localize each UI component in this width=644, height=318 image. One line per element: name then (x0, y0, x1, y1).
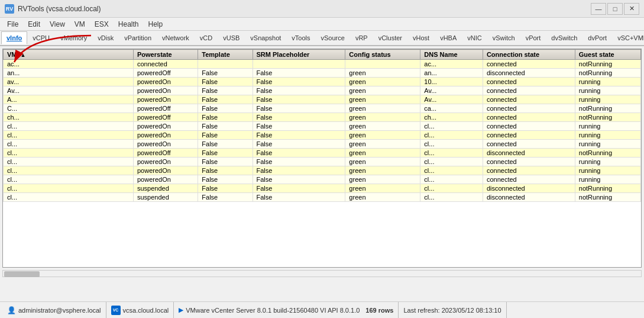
cell-12-5: cl... (420, 166, 483, 175)
menu-item-edit[interactable]: Edit (23, 19, 45, 30)
cell-13-3: False (253, 175, 345, 184)
tab-vinfo[interactable]: vInfo (1, 31, 27, 44)
window-title: RVTools (vcsa.cloud.local) (18, 5, 101, 13)
cell-1-6: disconnected (483, 69, 575, 78)
cell-1-4: green (345, 69, 420, 78)
tab-vsnapshot[interactable]: vSnapshot (245, 31, 286, 44)
col-header-dnsname[interactable]: DNS Name (420, 50, 483, 60)
cell-15-0: cl... (4, 193, 134, 202)
cell-0-1: connected (134, 60, 198, 69)
tab-vswitch[interactable]: vSwitch (487, 31, 520, 44)
cell-8-4: green (345, 131, 420, 140)
cell-7-7: running (575, 122, 640, 131)
scrollbar-thumb[interactable] (4, 271, 40, 277)
tab-vmemory[interactable]: vMemory (55, 31, 92, 44)
cell-3-0: Av... (4, 86, 134, 95)
cell-4-3: False (253, 95, 345, 104)
close-button[interactable]: ✕ (624, 3, 639, 15)
table-row[interactable]: av...poweredOnFalseFalsegreen10...connec… (4, 78, 641, 86)
col-header-srm[interactable]: SRM Placeholder (253, 50, 345, 60)
horizontal-scrollbar[interactable] (2, 270, 642, 277)
table-row[interactable]: Av...poweredOnFalseFalsegreenAv...connec… (4, 86, 641, 95)
status-vcenter: VC vcsa.cloud.local (106, 302, 174, 318)
tab-vrp[interactable]: vRP (350, 31, 373, 44)
cell-13-4: green (345, 175, 420, 184)
cell-4-0: A... (4, 95, 134, 104)
cell-10-6: disconnected (483, 149, 575, 158)
cell-11-3: False (253, 158, 345, 166)
cell-8-0: cl... (4, 131, 134, 140)
cell-7-2: False (198, 122, 253, 131)
tab-vdisk[interactable]: vDisk (92, 31, 119, 44)
table-row[interactable]: an...poweredOffFalseFalsegreenan...disco… (4, 69, 641, 78)
col-header-gueststate[interactable]: Guest state (575, 50, 640, 60)
cell-5-0: C... (4, 104, 134, 113)
cell-14-4: green (345, 184, 420, 193)
tab-vcluster[interactable]: vCluster (373, 31, 407, 44)
table-row[interactable]: cl...poweredOnFalseFalsegreencl...connec… (4, 122, 641, 131)
tab-vcd[interactable]: vCD (195, 31, 218, 44)
cell-5-6: connected (483, 104, 575, 113)
rows-label: 169 rows (365, 307, 393, 314)
table-row[interactable]: cl...poweredOnFalseFalsegreencl...connec… (4, 131, 641, 140)
table-wrapper[interactable]: VM ▲ Powerstate Template SRM Placeholder… (3, 49, 641, 267)
tab-vsource[interactable]: vSource (316, 31, 350, 44)
tab-vnetwork[interactable]: vNetwork (157, 31, 195, 44)
table-row[interactable]: A...poweredOnFalseFalsegreenAv...connect… (4, 95, 641, 104)
menu-item-file[interactable]: File (2, 19, 23, 30)
cell-3-5: Av... (420, 86, 483, 95)
vcenter-label: vcsa.cloud.local (123, 307, 169, 314)
table-row[interactable]: ac...connectedac...connectednotRunning (4, 60, 641, 69)
cell-15-3: False (253, 193, 345, 202)
table-row[interactable]: cl...suspendedFalseFalsegreencl...discon… (4, 184, 641, 193)
table-row[interactable]: C...poweredOffFalseFalsegreenca...connec… (4, 104, 641, 113)
cell-2-1: poweredOn (134, 78, 198, 86)
cell-13-6: connected (483, 175, 575, 184)
table-row[interactable]: cl...poweredOnFalseFalsegreencl...connec… (4, 140, 641, 149)
col-header-powerstate[interactable]: Powerstate (134, 50, 198, 60)
table-row[interactable]: cl...poweredOnFalseFalsegreencl...connec… (4, 158, 641, 166)
cell-12-7: running (575, 166, 640, 175)
table-row[interactable]: cl...poweredOffFalseFalsegreencl...disco… (4, 149, 641, 158)
maximize-button[interactable]: □ (607, 3, 623, 15)
table-row[interactable]: cl...suspendedFalseFalsegreencl...discon… (4, 193, 641, 202)
tab-dvswitch[interactable]: dvSwitch (546, 31, 582, 44)
col-header-vm[interactable]: VM ▲ (4, 50, 134, 60)
tab-vcpu[interactable]: vCPU (27, 31, 55, 44)
tab-vport[interactable]: vPort (520, 31, 546, 44)
tab-vnic[interactable]: vNIC (462, 31, 487, 44)
table-row[interactable]: cl...poweredOnFalseFalsegreencl...connec… (4, 166, 641, 175)
cell-14-3: False (253, 184, 345, 193)
minimize-button[interactable]: — (591, 3, 606, 15)
table-row[interactable]: cl...poweredOnFalseFalsegreencl...connec… (4, 175, 641, 184)
cell-2-6: connected (483, 78, 575, 86)
table-row[interactable]: ch...poweredOffFalseFalsegreench...conne… (4, 113, 641, 122)
col-header-configstatus[interactable]: Config status (345, 50, 420, 60)
menu-item-health[interactable]: Health (114, 19, 144, 30)
tab-vpartition[interactable]: vPartition (119, 31, 157, 44)
cell-4-5: Av... (420, 95, 483, 104)
cell-5-1: poweredOff (134, 104, 198, 113)
cell-7-1: poweredOn (134, 122, 198, 131)
cell-14-7: notRunning (575, 184, 640, 193)
table-header-row: VM ▲ Powerstate Template SRM Placeholder… (4, 50, 641, 60)
menu-item-help[interactable]: Help (144, 19, 168, 30)
tab-vhba[interactable]: vHBA (435, 31, 462, 44)
cell-6-6: connected (483, 113, 575, 122)
menu-item-view[interactable]: View (45, 19, 70, 30)
tab-dvport[interactable]: dvPort (582, 31, 612, 44)
col-header-template[interactable]: Template (198, 50, 253, 60)
cell-4-4: green (345, 95, 420, 104)
tab-vtools[interactable]: vTools (286, 31, 315, 44)
col-header-connectionstate[interactable]: Connection state (483, 50, 575, 60)
menu-item-vm[interactable]: VM (70, 19, 90, 30)
cell-6-4: green (345, 113, 420, 122)
menu-item-esx[interactable]: ESX (90, 19, 114, 30)
tab-vhost[interactable]: vHost (407, 31, 435, 44)
tab-vscvmk[interactable]: vSC+VMK (612, 31, 644, 44)
cell-9-6: connected (483, 140, 575, 149)
cell-5-2: False (198, 104, 253, 113)
cell-4-1: poweredOn (134, 95, 198, 104)
tab-vusb[interactable]: vUSB (218, 31, 245, 44)
cell-7-4: green (345, 122, 420, 131)
